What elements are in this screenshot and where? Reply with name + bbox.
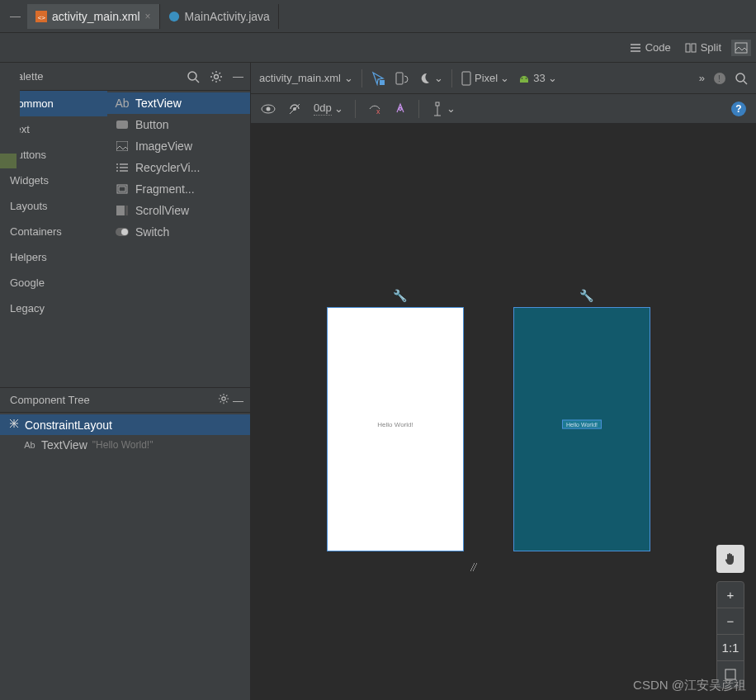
palette-widget-fragment[interactable]: Fragment... xyxy=(107,178,250,200)
widget-label: TextView xyxy=(135,97,182,110)
wrench-icon[interactable]: 🔧 xyxy=(579,289,593,302)
surface-select-icon[interactable] xyxy=(371,71,385,86)
svg-rect-3 xyxy=(686,44,690,52)
zoom-out-button[interactable]: − xyxy=(717,608,744,635)
layout-file-dropdown[interactable]: activity_main.xml ⌄ xyxy=(259,72,353,84)
svg-rect-13 xyxy=(116,206,125,215)
close-icon[interactable]: × xyxy=(145,11,151,22)
zoom-in-button[interactable]: + xyxy=(717,582,744,608)
split-view-tab[interactable]: Split xyxy=(681,40,725,56)
infer-constraints-icon[interactable] xyxy=(394,102,407,116)
tool-window-rail[interactable] xyxy=(0,63,20,170)
warnings-icon[interactable]: ! xyxy=(713,72,726,85)
watermark: CSDN @江安吴彦祖 xyxy=(633,678,746,693)
textview-icon: Ab xyxy=(116,97,129,110)
tree-node-textview[interactable]: Ab TextView "Hello World!" xyxy=(0,435,250,455)
overflow-icon[interactable]: » xyxy=(699,72,705,84)
palette-widget-recyclerview[interactable]: RecyclerVi... xyxy=(107,157,250,178)
tree-node-label: ConstraintLayout xyxy=(25,419,112,432)
design-canvas[interactable]: 🔧 🔧 Hello World! Hello World! ⫽ + − 1:1 xyxy=(251,124,756,700)
design-toolbar: activity_main.xml ⌄ ⌄ Pixel⌄ 33⌄ xyxy=(251,63,756,94)
tab-label: activity_main.xml xyxy=(52,10,140,23)
palette-category-layouts[interactable]: Layouts xyxy=(0,193,107,219)
palette-category-google[interactable]: Google xyxy=(0,270,107,296)
design-view-tab[interactable] xyxy=(731,40,751,56)
palette-category-containers[interactable]: Containers xyxy=(0,219,107,244)
fragment-icon xyxy=(116,182,129,196)
svg-rect-14 xyxy=(125,206,128,215)
svg-rect-5 xyxy=(735,43,747,53)
chevron-down-icon: ⌄ xyxy=(344,72,353,84)
design-editor: activity_main.xml ⌄ ⌄ Pixel⌄ 33⌄ xyxy=(251,63,756,700)
design-preview-blueprint[interactable]: Hello World! xyxy=(513,307,650,551)
main-area: Palette — Common Text Buttons Widgets La… xyxy=(0,63,756,700)
widget-label: ImageView xyxy=(135,140,192,153)
clear-constraints-icon[interactable]: x xyxy=(367,102,382,116)
svg-rect-12 xyxy=(119,187,125,192)
tab-activity-main-xml[interactable]: <> activity_main.xml × xyxy=(27,4,160,29)
help-icon[interactable]: ? xyxy=(731,102,746,116)
editor-tab-bar: — <> activity_main.xml × MainActivity.ja… xyxy=(0,0,756,33)
button-icon xyxy=(116,118,129,131)
design-preview-light[interactable]: Hello World! xyxy=(327,307,464,551)
code-view-tab[interactable]: Code xyxy=(626,40,674,56)
svg-point-23 xyxy=(526,78,527,79)
left-panel: Palette — Common Text Buttons Widgets La… xyxy=(0,63,251,700)
svg-rect-9 xyxy=(116,121,128,129)
wrench-icon[interactable]: 🔧 xyxy=(393,289,407,302)
svg-point-17 xyxy=(222,397,225,400)
collapse-icon[interactable]: — xyxy=(233,395,243,407)
svg-rect-4 xyxy=(692,44,696,52)
pan-button[interactable] xyxy=(716,545,744,573)
palette-widget-button[interactable]: Button xyxy=(107,114,250,135)
palette-category-legacy[interactable]: Legacy xyxy=(0,296,107,321)
autoconnect-icon[interactable] xyxy=(287,102,302,116)
svg-point-22 xyxy=(522,78,523,79)
palette-widget-textview[interactable]: Ab TextView xyxy=(107,92,250,114)
xml-file-icon: <> xyxy=(35,11,47,22)
tree-node-preview: "Hello World!" xyxy=(92,439,154,451)
split-icon xyxy=(684,41,697,54)
search-icon[interactable] xyxy=(187,70,200,83)
tab-mainactivity-java[interactable]: MainActivity.java xyxy=(160,4,279,29)
svg-line-31 xyxy=(290,104,300,114)
device-dropdown[interactable]: Pixel⌄ xyxy=(461,71,509,86)
gear-icon[interactable] xyxy=(218,393,229,404)
separator xyxy=(418,100,419,118)
resize-handle-icon[interactable]: ⫽ xyxy=(467,560,480,575)
tab-label: MainActivity.java xyxy=(185,10,270,23)
svg-line-7 xyxy=(196,79,199,83)
component-tree: ConstraintLayout Ab TextView "Hello Worl… xyxy=(0,413,250,700)
palette-widget-imageview[interactable]: ImageView xyxy=(107,135,250,157)
svg-rect-21 xyxy=(462,72,470,85)
widget-label: Button xyxy=(135,118,168,131)
image-icon xyxy=(116,140,129,153)
palette-widget-list: Ab TextView Button ImageView RecyclerVi.… xyxy=(107,91,250,387)
separator xyxy=(361,69,362,88)
tree-node-constraintlayout[interactable]: ConstraintLayout xyxy=(0,414,250,435)
night-mode-icon[interactable]: ⌄ xyxy=(417,71,443,86)
api-dropdown[interactable]: 33⌄ xyxy=(517,72,556,85)
search-icon[interactable] xyxy=(735,72,748,85)
default-margin-dropdown[interactable]: 0dp ⌄ xyxy=(314,102,343,116)
palette-category-widgets[interactable]: Widgets xyxy=(0,168,107,193)
orientation-icon[interactable] xyxy=(394,71,409,86)
view-mode-bar: Code Split xyxy=(0,33,756,63)
view-options-icon[interactable] xyxy=(261,103,276,115)
guidelines-icon[interactable]: ⌄ xyxy=(431,102,456,116)
palette-widget-scrollview[interactable]: ScrollView xyxy=(107,200,250,221)
margin-label: 0dp xyxy=(314,102,332,116)
minimize-icon[interactable]: — xyxy=(3,10,27,22)
zoom-fit-button[interactable]: 1:1 xyxy=(717,635,744,661)
lines-icon xyxy=(629,41,642,54)
switch-icon xyxy=(116,225,129,239)
widget-label: Fragment... xyxy=(135,182,195,196)
gear-icon[interactable] xyxy=(210,70,223,83)
palette-widget-switch[interactable]: Switch xyxy=(107,221,250,243)
collapse-icon[interactable]: — xyxy=(233,70,243,83)
layout-icon xyxy=(8,418,20,432)
file-label: activity_main.xml xyxy=(259,72,341,84)
svg-text:x: x xyxy=(376,107,380,116)
svg-rect-10 xyxy=(116,141,128,151)
palette-category-helpers[interactable]: Helpers xyxy=(0,244,107,270)
